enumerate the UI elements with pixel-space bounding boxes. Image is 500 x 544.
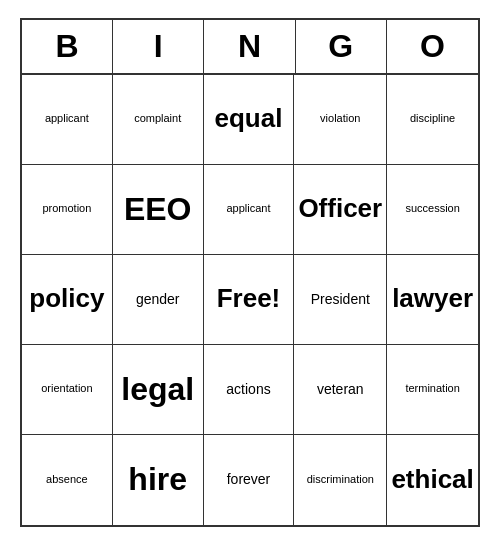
bingo-header: BINGO bbox=[22, 20, 478, 75]
cell-text: hire bbox=[128, 460, 187, 498]
bingo-cell: equal bbox=[204, 75, 295, 165]
cell-text: gender bbox=[136, 291, 180, 308]
cell-text: Free! bbox=[217, 283, 281, 314]
cell-text: violation bbox=[320, 112, 360, 125]
bingo-cell: Officer bbox=[294, 165, 387, 255]
cell-text: Officer bbox=[298, 193, 382, 224]
cell-text: discrimination bbox=[307, 473, 374, 486]
cell-text: equal bbox=[215, 103, 283, 134]
cell-text: absence bbox=[46, 473, 88, 486]
cell-text: promotion bbox=[42, 202, 91, 215]
bingo-cell: discrimination bbox=[294, 435, 387, 525]
bingo-cell: promotion bbox=[22, 165, 113, 255]
bingo-cell: applicant bbox=[22, 75, 113, 165]
cell-text: lawyer bbox=[392, 283, 473, 314]
header-letter: O bbox=[387, 20, 478, 73]
bingo-cell: termination bbox=[387, 345, 478, 435]
cell-text: ethical bbox=[391, 464, 473, 495]
bingo-cell: succession bbox=[387, 165, 478, 255]
cell-text: applicant bbox=[226, 202, 270, 215]
header-letter: N bbox=[204, 20, 295, 73]
bingo-cell: lawyer bbox=[387, 255, 478, 345]
bingo-cell: complaint bbox=[113, 75, 204, 165]
header-letter: G bbox=[296, 20, 387, 73]
bingo-cell: discipline bbox=[387, 75, 478, 165]
bingo-grid: applicantcomplaintequalviolationdiscipli… bbox=[22, 75, 478, 525]
cell-text: applicant bbox=[45, 112, 89, 125]
bingo-cell: President bbox=[294, 255, 387, 345]
bingo-cell: ethical bbox=[387, 435, 478, 525]
bingo-cell: Free! bbox=[204, 255, 295, 345]
bingo-card: BINGO applicantcomplaintequalviolationdi… bbox=[20, 18, 480, 527]
cell-text: complaint bbox=[134, 112, 181, 125]
cell-text: actions bbox=[226, 381, 270, 398]
bingo-cell: veteran bbox=[294, 345, 387, 435]
bingo-cell: policy bbox=[22, 255, 113, 345]
bingo-cell: actions bbox=[204, 345, 295, 435]
bingo-cell: applicant bbox=[204, 165, 295, 255]
bingo-cell: hire bbox=[113, 435, 204, 525]
bingo-cell: EEO bbox=[113, 165, 204, 255]
cell-text: legal bbox=[121, 370, 194, 408]
header-letter: B bbox=[22, 20, 113, 73]
cell-text: EEO bbox=[124, 190, 192, 228]
bingo-cell: violation bbox=[294, 75, 387, 165]
bingo-cell: legal bbox=[113, 345, 204, 435]
bingo-cell: gender bbox=[113, 255, 204, 345]
cell-text: President bbox=[311, 291, 370, 308]
cell-text: veteran bbox=[317, 381, 364, 398]
bingo-cell: absence bbox=[22, 435, 113, 525]
header-letter: I bbox=[113, 20, 204, 73]
cell-text: succession bbox=[405, 202, 459, 215]
cell-text: policy bbox=[29, 283, 104, 314]
cell-text: termination bbox=[405, 382, 459, 395]
cell-text: orientation bbox=[41, 382, 92, 395]
cell-text: discipline bbox=[410, 112, 455, 125]
cell-text: forever bbox=[227, 471, 271, 488]
bingo-cell: orientation bbox=[22, 345, 113, 435]
bingo-cell: forever bbox=[204, 435, 295, 525]
